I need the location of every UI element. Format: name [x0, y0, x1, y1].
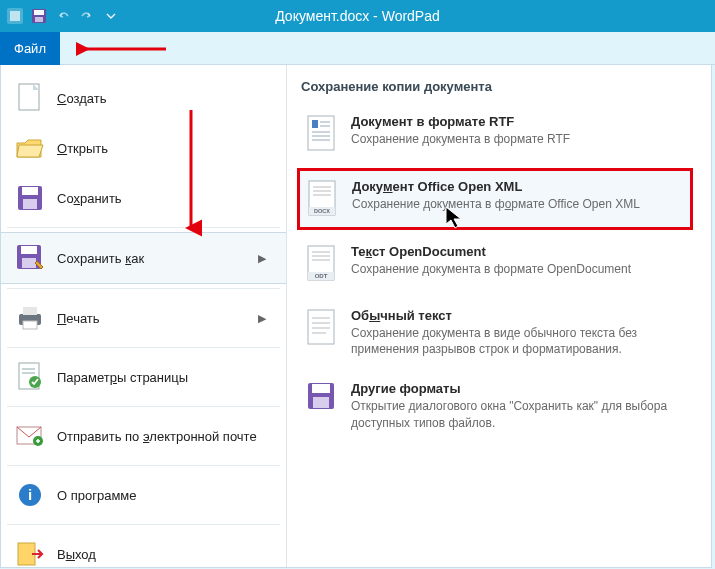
- option-title: Обычный текстОбычный текст: [351, 308, 685, 323]
- menu-label: ОткрытьОткрыть: [57, 141, 272, 156]
- option-title: Текст OpenDocumentТекст OpenDocument: [351, 244, 685, 259]
- menu-label: ПечатьПечать: [57, 311, 246, 326]
- menu-open[interactable]: ОткрытьОткрыть: [1, 123, 286, 173]
- docx-document-icon: DOCX: [306, 179, 340, 219]
- svg-rect-14: [23, 321, 37, 329]
- option-plain[interactable]: Обычный текстОбычный текст Сохранение до…: [297, 298, 693, 367]
- option-desc: Сохранение документа в формате Office Op…: [352, 196, 684, 212]
- option-ooxml[interactable]: DOCX Документ Office Open XMLДокумент Of…: [297, 168, 693, 230]
- exit-icon: [15, 539, 45, 569]
- titlebar: Документ.docx - WordPad: [0, 0, 715, 32]
- file-tab-label: Файл: [14, 41, 46, 56]
- menu-label: Сохранить какСохранить как: [57, 251, 246, 266]
- option-other[interactable]: Другие форматыДругие форматы Открытие ди…: [297, 371, 693, 440]
- svg-rect-43: [308, 310, 334, 344]
- svg-rect-4: [35, 17, 43, 22]
- save-as-panel: Сохранение копии документа Документ в фо…: [287, 65, 711, 567]
- save-icon[interactable]: [30, 7, 48, 25]
- separator: [7, 288, 280, 289]
- qat-dropdown-icon[interactable]: [102, 7, 120, 25]
- rtf-document-icon: [305, 114, 339, 154]
- svg-rect-25: [312, 120, 318, 128]
- menu-label: О программе: [57, 488, 272, 503]
- svg-rect-49: [312, 384, 330, 393]
- svg-rect-13: [23, 307, 37, 315]
- svg-rect-1: [10, 11, 20, 21]
- separator: [7, 406, 280, 407]
- undo-icon[interactable]: [54, 7, 72, 25]
- page-setup-icon: [15, 362, 45, 392]
- menu-label: Отправить по электронной почтеОтправить …: [57, 429, 272, 444]
- option-rtf[interactable]: Документ в формате RTF Сохранение докуме…: [297, 104, 693, 164]
- svg-rect-8: [23, 199, 37, 209]
- folder-open-icon: [15, 133, 45, 163]
- menu-label: ВыходВыход: [57, 547, 272, 562]
- email-icon: [15, 421, 45, 451]
- save-other-icon: [305, 381, 339, 421]
- menu-label: Параметры страницыПараметры страницы: [57, 370, 272, 385]
- option-desc: Сохранение документа в формате RTF: [351, 131, 685, 147]
- info-icon: i: [15, 480, 45, 510]
- file-menu: ССоздатьоздать ОткрытьОткрыть СохранитьС…: [1, 65, 287, 567]
- chevron-right-icon: ▶: [258, 252, 272, 265]
- redo-icon[interactable]: [78, 7, 96, 25]
- ribbon: Файл: [0, 32, 715, 65]
- svg-rect-3: [34, 10, 44, 15]
- svg-rect-7: [22, 187, 38, 195]
- option-odt[interactable]: ODT Текст OpenDocumentТекст OpenDocument…: [297, 234, 693, 294]
- svg-text:i: i: [28, 486, 32, 503]
- menu-label: СохранитьСохранить: [57, 191, 272, 206]
- svg-text:ODT: ODT: [315, 273, 328, 279]
- option-title: Документ Office Open XMLДокумент Office …: [352, 179, 684, 194]
- panel-title: Сохранение копии документа: [297, 79, 693, 94]
- menu-print[interactable]: ПечатьПечать ▶: [1, 293, 286, 343]
- odt-document-icon: ODT: [305, 244, 339, 284]
- plain-text-icon: [305, 308, 339, 348]
- window-title: Документ.docx - WordPad: [275, 8, 440, 24]
- option-desc: Сохранение документа в виде обычного тек…: [351, 325, 685, 357]
- menu-save[interactable]: СохранитьСохранить: [1, 173, 286, 223]
- save-disk-icon: [15, 183, 45, 213]
- menu-label: ССоздатьоздать: [57, 91, 272, 106]
- new-document-icon: [15, 83, 45, 113]
- printer-icon: [15, 303, 45, 333]
- menu-save-as[interactable]: Сохранить какСохранить как ▶: [1, 232, 286, 284]
- separator: [7, 465, 280, 466]
- option-title: Другие форматыДругие форматы: [351, 381, 685, 396]
- app-icon: [6, 7, 24, 25]
- backstage-panel: ССоздатьоздать ОткрытьОткрыть СохранитьС…: [0, 65, 712, 568]
- separator: [7, 347, 280, 348]
- menu-exit[interactable]: ВыходВыход: [1, 529, 286, 569]
- quick-access-toolbar: [6, 7, 120, 25]
- svg-rect-10: [21, 246, 37, 254]
- svg-rect-50: [313, 397, 329, 408]
- chevron-right-icon: ▶: [258, 312, 272, 325]
- option-desc: Сохранение документа в формате OpenDocum…: [351, 261, 685, 277]
- separator: [7, 227, 280, 228]
- menu-create[interactable]: ССоздатьоздать: [1, 73, 286, 123]
- menu-about[interactable]: i О программе: [1, 470, 286, 520]
- svg-rect-11: [22, 258, 36, 268]
- option-title: Документ в формате RTF: [351, 114, 685, 129]
- menu-send-email[interactable]: Отправить по электронной почтеОтправить …: [1, 411, 286, 461]
- svg-text:DOCX: DOCX: [314, 208, 330, 214]
- menu-page-setup[interactable]: Параметры страницыПараметры страницы: [1, 352, 286, 402]
- separator: [7, 524, 280, 525]
- option-desc: Открытие диалогового окна "Сохранить как…: [351, 398, 685, 430]
- file-tab[interactable]: Файл: [0, 32, 60, 65]
- save-as-icon: [15, 243, 45, 273]
- svg-rect-24: [308, 116, 334, 150]
